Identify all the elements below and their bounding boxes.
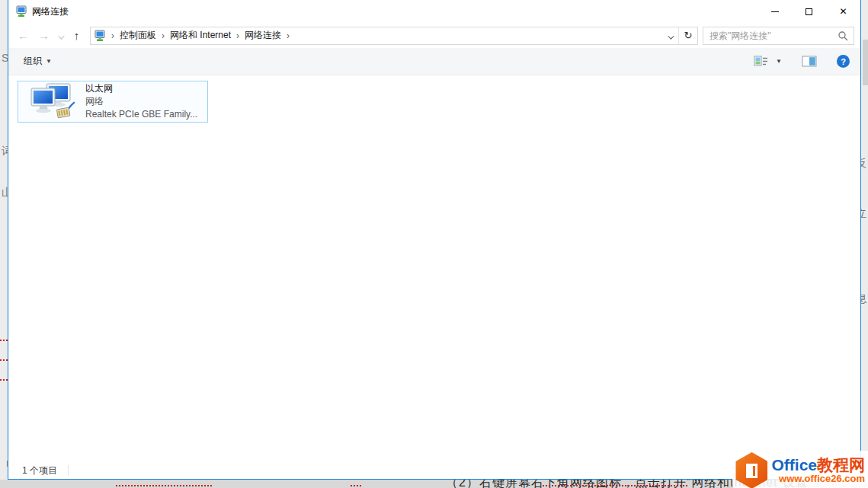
- refresh-button[interactable]: ↻: [678, 27, 697, 44]
- address-dropdown-button[interactable]: [661, 29, 678, 43]
- breadcrumb-network-and-internet[interactable]: 网络和 Internet: [170, 29, 231, 42]
- window-title: 网络连接: [32, 5, 69, 18]
- close-button[interactable]: ✕: [826, 0, 860, 23]
- network-connection-icon: [15, 5, 27, 18]
- navigation-bar: ← → ↑ › 控制面板 › 网络和 Internet › 网络连接 › ↻: [8, 23, 860, 48]
- search-input[interactable]: [703, 30, 838, 41]
- spellcheck-underline: [116, 485, 213, 486]
- network-adapter-item-ethernet[interactable]: 以太网 网络 Realtek PCIe GBE Family...: [18, 81, 208, 123]
- watermark-brand-office: Office: [771, 456, 817, 474]
- breadcrumb-separator: ›: [156, 30, 170, 41]
- network-connections-location-icon: [94, 30, 106, 42]
- adapter-text-block: 以太网 网络 Realtek PCIe GBE Family...: [85, 82, 197, 121]
- recent-locations-button[interactable]: [54, 29, 66, 43]
- item-count-label: 1 个项目: [22, 464, 57, 477]
- office26-logo-door-leaf: [747, 464, 753, 478]
- breadcrumb-control-panel[interactable]: 控制面板: [120, 29, 156, 42]
- spellcheck-underline: [351, 485, 363, 486]
- command-bar-right-group: ▼ ?: [754, 55, 850, 68]
- minimize-icon: [771, 11, 779, 12]
- watermark-url: www.office26.com: [771, 474, 865, 484]
- search-icon[interactable]: [838, 30, 848, 41]
- address-bar[interactable]: › 控制面板 › 网络和 Internet › 网络连接 › ↻: [90, 27, 698, 45]
- office26-logo-door: [746, 464, 757, 478]
- chevron-down-icon: [58, 33, 64, 39]
- organize-button[interactable]: 组织 ▼: [24, 55, 52, 68]
- spellcheck-underline: [0, 340, 8, 341]
- minimize-button[interactable]: [757, 0, 792, 23]
- watermark-brand: Office教程网: [771, 457, 865, 474]
- adapter-network-status: 网络: [85, 95, 197, 108]
- maximize-icon: [806, 8, 812, 15]
- maximize-button[interactable]: [792, 0, 826, 23]
- up-button[interactable]: ↑: [66, 29, 87, 42]
- preview-pane-icon[interactable]: [802, 56, 817, 67]
- breadcrumb-separator: ›: [281, 30, 295, 41]
- watermark-text-block: Office教程网 www.office26.com: [771, 457, 865, 484]
- forward-button[interactable]: →: [34, 29, 54, 42]
- background-scrollbar-fragment: [863, 40, 868, 85]
- command-bar: 组织 ▼ ▼ ?: [8, 48, 860, 75]
- back-button[interactable]: ←: [13, 29, 34, 42]
- office26-watermark: Office教程网 www.office26.com: [732, 451, 868, 488]
- change-view-icon[interactable]: [754, 55, 769, 68]
- spellcheck-underline: [543, 485, 687, 486]
- spellcheck-underline: [0, 359, 8, 361]
- file-list-area[interactable]: 以太网 网络 Realtek PCIe GBE Family...: [8, 75, 860, 462]
- network-connections-window: 网络连接 ✕ ← → ↑ › 控制面板 › 网络和: [8, 0, 861, 480]
- chevron-down-icon: ▼: [46, 58, 52, 65]
- close-icon: ✕: [839, 7, 847, 16]
- watermark-brand-cn: 教程网: [817, 456, 865, 474]
- spellcheck-underline: [0, 379, 8, 381]
- adapter-name: 以太网: [85, 82, 197, 95]
- ethernet-adapter-icon: [26, 83, 75, 121]
- title-bar[interactable]: 网络连接 ✕: [8, 0, 860, 23]
- chevron-down-icon: [668, 33, 674, 39]
- status-bar-separator: [68, 465, 69, 476]
- views-dropdown-button[interactable]: ▼: [776, 58, 782, 65]
- adapter-device-name: Realtek PCIe GBE Family...: [85, 108, 197, 121]
- search-box: [703, 27, 854, 45]
- breadcrumb-separator: ›: [106, 30, 120, 41]
- breadcrumb-network-connections[interactable]: 网络连接: [245, 29, 281, 42]
- organize-label: 组织: [24, 55, 42, 68]
- breadcrumb-separator: ›: [231, 30, 245, 41]
- office26-logo-icon: [735, 452, 767, 488]
- help-button[interactable]: ?: [837, 55, 850, 68]
